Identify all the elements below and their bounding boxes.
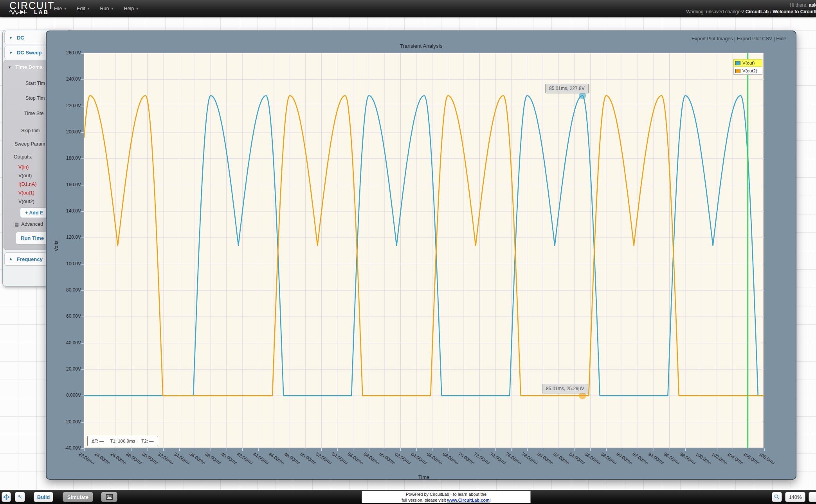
x-tick-label: 22.00ms	[77, 451, 95, 466]
x-tick-mark	[527, 448, 528, 451]
y-tick-mark	[81, 238, 84, 238]
x-tick-mark	[227, 448, 227, 451]
breadcrumb-app[interactable]: CircuitLab	[746, 9, 769, 14]
x-tick-mark	[116, 448, 116, 451]
circuit-symbol-icon	[9, 9, 33, 15]
x-tick-mark	[606, 448, 607, 451]
x-tick-mark	[670, 448, 670, 451]
unsaved-warning: Warning: unsaved changes!	[686, 9, 744, 14]
legend-swatch-icon	[735, 69, 740, 73]
y-tick-label: 100.0V	[54, 261, 81, 266]
logo-text-lab: LAB	[34, 9, 49, 15]
t1-value: T1: 106.0ms	[110, 439, 135, 443]
y-tick-label: 0.000V	[54, 392, 81, 398]
chevron-down-icon: ▼	[87, 7, 90, 10]
build-mode-button[interactable]: Build	[34, 492, 53, 502]
menu-edit[interactable]: Edit▼	[77, 6, 90, 11]
x-tick-mark	[321, 448, 322, 451]
workspace-canvas: ► DC ► DC Sweep ▼ Time Doma Start Tim St…	[0, 17, 816, 490]
zoom-tool-button[interactable]	[772, 492, 782, 502]
y-tick-mark	[81, 448, 84, 449]
x-tick-label: 106.0ms	[742, 451, 760, 466]
tooltip-vout-peak: 85.01ms, 227.8V	[545, 84, 589, 93]
output-item[interactable]: V(out2)	[18, 197, 37, 206]
y-tick-mark	[81, 396, 84, 396]
bottom-toolbar: ↖ Build Simulate Powered by CircuitLab -…	[0, 490, 816, 504]
trace-V(out2)[interactable]	[84, 95, 764, 396]
x-tick-label: 58.00ms	[362, 451, 380, 466]
x-tick-mark	[84, 448, 85, 451]
y-tick-label: -40.00V	[54, 445, 81, 451]
y-tick-mark	[81, 211, 84, 212]
waveform-svg	[84, 53, 764, 448]
select-tool-button[interactable]: ↖	[15, 492, 25, 502]
output-item[interactable]: V(out1)	[18, 189, 37, 197]
time-domain-header[interactable]: ▼ Time Doma	[8, 64, 43, 70]
legend-entry[interactable]: V(out2)	[733, 67, 762, 75]
zoom-level-value[interactable]: 140%	[785, 492, 805, 502]
y-tick-mark	[81, 132, 84, 133]
x-tick-label: 96.00ms	[663, 451, 681, 466]
x-tick-label: 82.00ms	[552, 451, 570, 466]
x-tick-mark	[559, 448, 559, 451]
menu-help[interactable]: Help▼	[124, 6, 139, 11]
x-tick-label: 56.00ms	[346, 451, 364, 466]
circuitlab-link[interactable]: www.CircuitLab.com	[447, 498, 489, 502]
chevron-down-icon: ▼	[111, 7, 114, 10]
edge-partial-button[interactable]	[809, 492, 816, 502]
screenshot-button[interactable]	[101, 492, 117, 502]
x-tick-label: 98.00ms	[679, 451, 697, 466]
pan-tool-button[interactable]	[2, 492, 11, 502]
export-plot-images-link[interactable]: Export Plot Images	[692, 36, 733, 41]
advanced-options-row[interactable]: ▤ Advanced	[14, 221, 43, 227]
output-item[interactable]: V(in)	[18, 163, 37, 171]
x-tick-label: 42.00ms	[236, 451, 254, 466]
circuitlab-logo[interactable]: CIRCUIT LAB	[9, 0, 54, 15]
marker-dot-V(out)[interactable]	[579, 92, 586, 99]
x-tick-label: 108.0ms	[758, 451, 776, 466]
username[interactable]: aski	[809, 2, 816, 8]
x-tick-mark	[211, 448, 211, 451]
marker-dot-V(out2)[interactable]	[579, 392, 586, 399]
x-tick-mark	[306, 448, 306, 451]
x-tick-label: 86.00ms	[584, 451, 602, 466]
y-tick-label: 180.0V	[54, 155, 81, 161]
plot-area[interactable]: Volts Time V(out)V(out2) 85.01ms, 227.8V…	[84, 53, 764, 448]
greeting-text: Hi there,	[790, 2, 809, 8]
x-tick-mark	[495, 448, 496, 451]
x-tick-label: 52.00ms	[315, 451, 333, 466]
y-tick-mark	[81, 106, 84, 106]
x-tick-label: 102.0ms	[710, 451, 728, 466]
legend-entry[interactable]: V(out)	[733, 59, 762, 67]
x-tick-mark	[764, 448, 765, 451]
x-tick-mark	[131, 448, 132, 451]
list-icon: ▤	[14, 221, 19, 227]
x-tick-label: 74.00ms	[489, 451, 507, 466]
output-item[interactable]: V(out)	[18, 171, 37, 180]
chevron-right-icon: ►	[9, 50, 13, 54]
top-menu-bar: CIRCUIT LAB File▼ Edit▼ Run▼ Help▼ Hi th…	[0, 0, 816, 17]
export-plot-csv-link[interactable]: Export Plot CSV	[737, 36, 772, 41]
menu-run[interactable]: Run▼	[100, 6, 114, 11]
y-tick-mark	[81, 317, 84, 317]
delta-t-value: ΔT: —	[92, 439, 104, 443]
tooltip-vout2-zero: 85.01ms, 25.29µV	[542, 384, 588, 393]
cursor-readout-box: ΔT: — T1: 106.0ms T2: —	[87, 436, 158, 446]
output-item[interactable]: I(D1.nA)	[18, 180, 37, 189]
menu-file[interactable]: File▼	[54, 6, 67, 11]
x-tick-mark	[385, 448, 385, 451]
breadcrumb-page[interactable]: Welcome to CircuitL	[773, 9, 816, 14]
x-tick-label: 38.00ms	[204, 451, 222, 466]
simulate-mode-button[interactable]: Simulate	[63, 492, 93, 502]
move-icon	[4, 494, 9, 500]
hide-plot-link[interactable]: Hide	[776, 36, 786, 41]
x-tick-label: 84.00ms	[568, 451, 586, 466]
powered-line2: full version, please visit www.CircuitLa…	[362, 497, 530, 503]
chevron-down-icon: ▼	[8, 65, 11, 69]
x-tick-mark	[400, 448, 401, 451]
chevron-right-icon: ►	[9, 257, 13, 261]
field-label-start-time: Start Tim	[25, 81, 45, 86]
x-tick-label: 28.00ms	[125, 451, 143, 466]
trace-V(out)[interactable]	[84, 95, 764, 396]
y-tick-label: 120.0V	[54, 234, 81, 240]
